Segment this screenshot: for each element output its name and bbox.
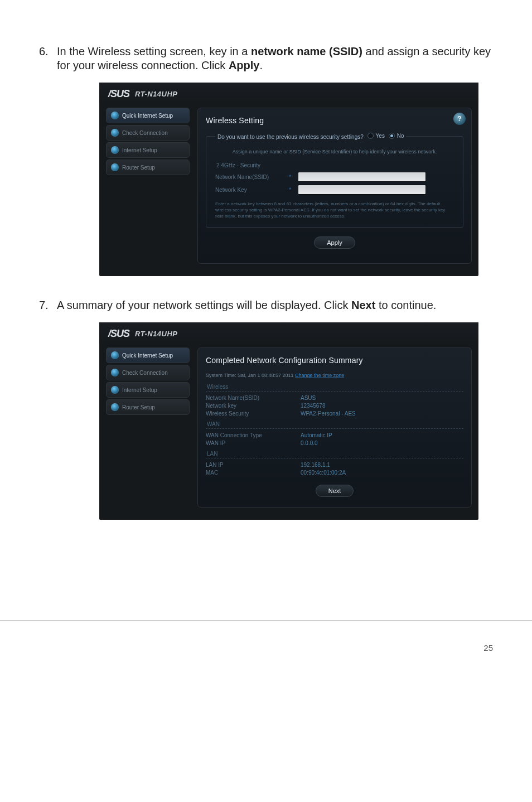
step-dot-icon — [111, 112, 119, 119]
qis-sidebar: Quick Internet Setup Check Connection In… — [106, 108, 190, 264]
sidebar-item-qis[interactable]: Quick Internet Setup — [106, 347, 190, 363]
sidebar-item-internet-setup[interactable]: Internet Setup — [106, 382, 190, 398]
radio-no[interactable]: No — [389, 133, 404, 139]
key-row: Network Key * — [215, 185, 454, 195]
sidebar-item-router-setup[interactable]: Router Setup — [106, 160, 190, 175]
previous-settings-legend: Do you want to use the previous wireless… — [215, 133, 406, 140]
bold-ssid: network name (SSID) — [251, 45, 362, 57]
brand-bar: /SUS RT-N14UHP — [99, 83, 478, 103]
step-7: 7. A summary of your network settings wi… — [39, 298, 493, 312]
panel-title: Wireless Setting — [206, 116, 463, 125]
key-fine-print: Enter a network key between 8 and 63 cha… — [215, 201, 454, 219]
kv-security: Wireless SecurityWPA2-Personal - AES — [206, 410, 463, 417]
kv-wan-ip: WAN IP0.0.0.0 — [206, 440, 463, 446]
step-6: 6. In the Wireless setting screen, key i… — [39, 45, 493, 73]
key-label: Network Key — [215, 187, 282, 193]
model-label: RT-N14UHP — [135, 330, 178, 338]
required-star: * — [289, 186, 291, 193]
key-input[interactable] — [298, 185, 426, 195]
step-text: In the Wireless setting screen, key in a… — [57, 45, 493, 73]
step-number: 7. — [39, 298, 57, 312]
ssid-row: Network Name(SSID) * — [215, 172, 454, 182]
sidebar-item-internet-setup[interactable]: Internet Setup — [106, 142, 190, 158]
kv-ssid: Network Name(SSID)ASUS — [206, 395, 463, 401]
brand-logo: /SUS — [108, 88, 129, 100]
bold-next: Next — [351, 299, 375, 311]
panel-title: Completed Network Configuration Summary — [206, 356, 463, 365]
radio-icon — [367, 133, 374, 139]
step-dot-icon — [111, 146, 119, 154]
divider — [206, 458, 463, 458]
wireless-fieldset: Do you want to use the previous wireless… — [206, 133, 463, 228]
wireless-setting-panel: ? Wireless Setting Do you want to use th… — [197, 108, 472, 264]
summary-panel: Completed Network Configuration Summary … — [197, 347, 472, 508]
help-icon[interactable]: ? — [453, 113, 466, 125]
brand-logo: /SUS — [108, 328, 129, 340]
model-label: RT-N14UHP — [135, 90, 178, 98]
kv-mac: MAC00:90:4c:01:00:2A — [206, 470, 463, 476]
system-time: System Time: Sat, Jan 1 08:48:57 2011 Ch… — [206, 373, 463, 378]
step-dot-icon — [111, 129, 119, 137]
section-wan: WAN — [207, 421, 463, 427]
kv-lan-ip: LAN IP192.168.1.1 — [206, 462, 463, 468]
step-dot-icon — [111, 163, 119, 171]
bold-apply: Apply — [229, 59, 260, 71]
section-wireless: Wireless — [207, 384, 463, 390]
next-button[interactable]: Next — [316, 485, 354, 497]
step-dot-icon — [111, 369, 119, 376]
radio-yes[interactable]: Yes — [367, 133, 385, 139]
summary-screenshot: /SUS RT-N14UHP Quick Internet Setup Chec… — [99, 322, 478, 520]
step-dot-icon — [111, 403, 119, 411]
band-label: 2.4GHz - Security — [216, 162, 454, 168]
apply-button[interactable]: Apply — [314, 236, 355, 249]
sidebar-item-check-connection[interactable]: Check Connection — [106, 125, 190, 141]
kv-key: Network key12345678 — [206, 403, 463, 409]
step-dot-icon — [111, 386, 119, 394]
qis-sidebar: Quick Internet Setup Check Connection In… — [106, 347, 190, 508]
ssid-hint: Assign a unique name or SSID (Service Se… — [215, 149, 454, 154]
wireless-setting-screenshot: /SUS RT-N14UHP Quick Internet Setup Chec… — [99, 83, 478, 276]
radio-icon — [389, 133, 395, 139]
brand-bar: /SUS RT-N14UHP — [99, 322, 478, 343]
page-number: 25 — [0, 620, 532, 669]
step-number: 6. — [39, 45, 57, 73]
kv-wan-type: WAN Connection TypeAutomatic IP — [206, 432, 463, 438]
ssid-input[interactable] — [298, 172, 426, 182]
section-lan: LAN — [207, 451, 463, 457]
sidebar-item-router-setup[interactable]: Router Setup — [106, 399, 190, 415]
step-text: A summary of your network settings will … — [57, 298, 493, 312]
required-star: * — [289, 173, 291, 180]
divider — [206, 391, 463, 392]
sidebar-item-check-connection[interactable]: Check Connection — [106, 365, 190, 380]
ssid-label: Network Name(SSID) — [215, 174, 282, 180]
sidebar-item-qis[interactable]: Quick Internet Setup — [106, 108, 190, 123]
change-timezone-link[interactable]: Change the time zone — [295, 373, 344, 378]
divider — [206, 428, 463, 429]
step-dot-icon — [111, 351, 119, 359]
